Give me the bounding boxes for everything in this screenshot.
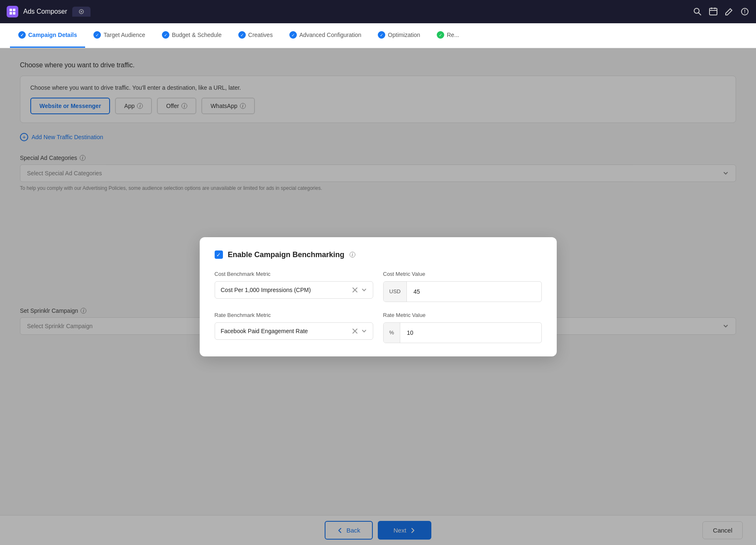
- tab-target-audience[interactable]: ✓ Target Audience: [85, 23, 153, 48]
- search-icon[interactable]: [693, 7, 702, 16]
- app-icon: [7, 6, 18, 17]
- edit-icon[interactable]: [724, 7, 734, 16]
- tab-check-icon-review: ✓: [437, 31, 444, 39]
- rate-metric-label: Rate Metric Value: [383, 312, 542, 318]
- modal-header: ✓ Enable Campaign Benchmarking i: [215, 250, 542, 259]
- cost-metric-label: Cost Metric Value: [383, 271, 542, 277]
- tabbar: ✓ Campaign Details ✓ Target Audience ✓ B…: [0, 23, 756, 48]
- cost-benchmark-actions: [352, 287, 367, 293]
- rate-benchmark-chevron-icon[interactable]: [361, 328, 367, 334]
- tab-check-icon-audience: ✓: [93, 31, 101, 39]
- svg-rect-2: [10, 12, 12, 15]
- cost-benchmark-clear-icon[interactable]: [352, 287, 358, 293]
- rate-benchmark-clear-icon[interactable]: [352, 328, 358, 334]
- cost-currency-prefix: USD: [384, 282, 407, 302]
- tab-creatives[interactable]: ✓ Creatives: [230, 23, 281, 48]
- tab-review[interactable]: ✓ Re...: [428, 23, 467, 48]
- titlebar-actions: !: [693, 7, 749, 16]
- tab-budget-schedule[interactable]: ✓ Budget & Schedule: [154, 23, 230, 48]
- svg-rect-3: [13, 12, 15, 15]
- cost-benchmark-label: Cost Benchmark Metric: [215, 271, 373, 277]
- app-title: Ads Composer: [23, 8, 67, 15]
- cost-benchmark-chevron-icon[interactable]: [361, 287, 367, 293]
- modal-title: Enable Campaign Benchmarking: [228, 250, 345, 259]
- svg-rect-9: [710, 8, 717, 15]
- rate-currency-prefix: %: [384, 323, 401, 343]
- tab-check-icon-optimization: ✓: [378, 31, 385, 39]
- calendar-icon[interactable]: [709, 7, 718, 16]
- svg-text:!: !: [744, 9, 746, 15]
- svg-line-8: [699, 13, 701, 15]
- tab-check-icon-budget: ✓: [162, 31, 169, 39]
- main-content: Choose where you want to drive traffic. …: [0, 48, 756, 545]
- titlebar: Ads Composer !: [0, 0, 756, 23]
- cost-value-input[interactable]: [407, 283, 541, 300]
- tab-check-icon-campaign: ✓: [18, 31, 26, 39]
- cost-value-container: USD: [383, 281, 542, 302]
- rate-benchmark-select[interactable]: Facebook Paid Engagement Rate: [215, 322, 373, 340]
- tab-check-icon-creatives: ✓: [238, 31, 246, 39]
- svg-rect-1: [13, 9, 15, 11]
- enable-benchmarking-checkbox[interactable]: ✓: [215, 250, 223, 259]
- rate-benchmark-field: Rate Benchmark Metric Facebook Paid Enga…: [215, 312, 373, 343]
- svg-rect-0: [10, 9, 12, 11]
- rate-benchmark-value: Facebook Paid Engagement Rate: [221, 328, 308, 334]
- cost-benchmark-select[interactable]: Cost Per 1,000 Impressions (CPM): [215, 281, 373, 299]
- rate-value-input[interactable]: [400, 324, 541, 341]
- rate-benchmark-label: Rate Benchmark Metric: [215, 312, 373, 318]
- cost-metric-value-field: Cost Metric Value USD: [383, 271, 542, 302]
- modal-overlay: ✓ Enable Campaign Benchmarking i Cost Be…: [0, 48, 756, 545]
- rate-benchmark-actions: [352, 328, 367, 334]
- tab-campaign-details[interactable]: ✓ Campaign Details: [10, 23, 85, 48]
- cost-benchmark-field: Cost Benchmark Metric Cost Per 1,000 Imp…: [215, 271, 373, 302]
- cost-benchmark-value: Cost Per 1,000 Impressions (CPM): [221, 287, 311, 293]
- tab-advanced-configuration[interactable]: ✓ Advanced Configuration: [281, 23, 369, 48]
- notification-icon[interactable]: !: [740, 7, 749, 16]
- tab-check-icon-advanced: ✓: [289, 31, 297, 39]
- titlebar-tab[interactable]: [72, 7, 91, 17]
- rate-metric-value-field: Rate Metric Value %: [383, 312, 542, 343]
- benchmarking-info-icon[interactable]: i: [350, 252, 355, 258]
- tab-optimization[interactable]: ✓ Optimization: [369, 23, 428, 48]
- benchmarking-modal: ✓ Enable Campaign Benchmarking i Cost Be…: [200, 237, 557, 356]
- modal-grid: Cost Benchmark Metric Cost Per 1,000 Imp…: [215, 271, 542, 343]
- rate-value-container: %: [383, 322, 542, 343]
